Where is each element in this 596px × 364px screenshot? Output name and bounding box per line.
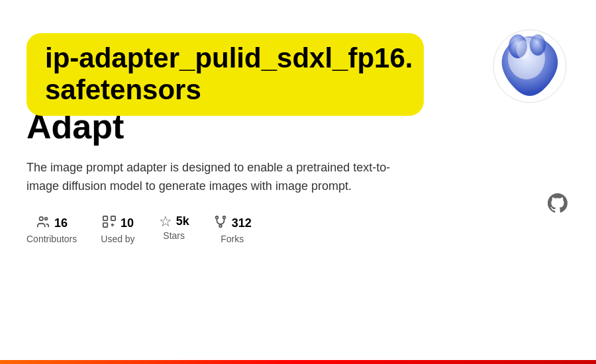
contributors-value: 16 [54, 216, 68, 230]
stat-forks: 312 Forks [213, 214, 252, 244]
forks-value: 312 [232, 216, 252, 230]
used-by-label: Used by [101, 234, 134, 244]
svg-point-6 [45, 217, 48, 220]
bottom-bar [0, 360, 596, 364]
svg-point-3 [530, 34, 546, 56]
svg-rect-7 [103, 216, 107, 220]
stat-used-by-top: 10 [102, 214, 134, 232]
svg-point-12 [219, 224, 222, 227]
tooltip-text: ip-adapter_pulid_sdxl_fp16.safetensors [45, 42, 413, 105]
stat-forks-top: 312 [213, 214, 252, 232]
contributors-icon [36, 214, 50, 232]
svg-rect-8 [111, 216, 115, 220]
used-by-icon [102, 214, 117, 232]
description-text: The image prompt adapter is designed to … [26, 159, 411, 196]
svg-point-4 [517, 40, 530, 59]
stat-contributors-top: 16 [36, 214, 68, 232]
forks-icon [213, 214, 228, 232]
forks-label: Forks [221, 234, 244, 244]
svg-point-10 [215, 216, 218, 219]
github-icon [546, 191, 570, 215]
stars-icon: ☆ [159, 214, 172, 229]
svg-point-5 [40, 216, 44, 220]
stat-contributors: 16 Contributors [26, 214, 77, 244]
stat-used-by: 10 Used by [101, 214, 134, 244]
title-area: ip-adapter_pulid_sdxl_fp16.safetensors A… [26, 26, 570, 146]
used-by-value: 10 [121, 216, 134, 230]
main-container: ip-adapter_pulid_sdxl_fp16.safetensors A… [0, 0, 596, 244]
stars-value: 5k [176, 214, 189, 228]
stat-stars: ☆ 5k Stars [159, 214, 189, 241]
contributors-label: Contributors [26, 234, 77, 244]
svg-point-11 [223, 216, 225, 219]
huggingface-logo [490, 26, 570, 106]
stats-row: 16 Contributors 10 Used by [26, 214, 570, 244]
stars-label: Stars [163, 230, 185, 241]
stat-stars-top: ☆ 5k [159, 214, 189, 229]
tooltip-bubble: ip-adapter_pulid_sdxl_fp16.safetensors [26, 33, 424, 116]
svg-rect-9 [103, 223, 107, 227]
github-icon-wrapper[interactable] [546, 191, 570, 218]
